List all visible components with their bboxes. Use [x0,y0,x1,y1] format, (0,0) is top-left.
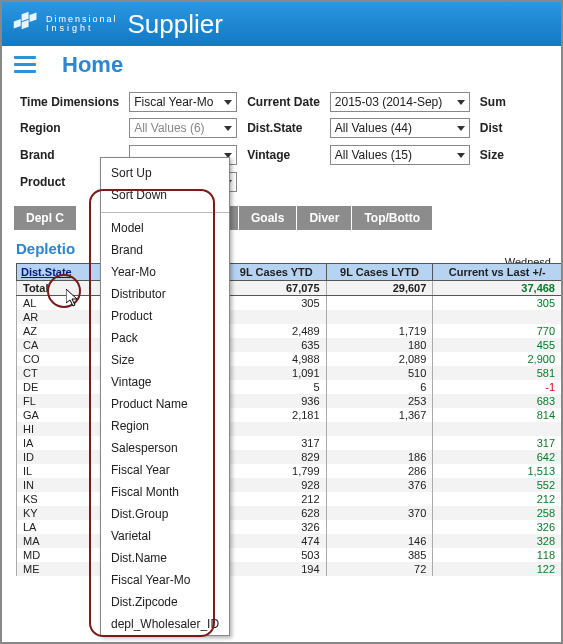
table-row[interactable]: FL936253683 [17,394,562,408]
table-row[interactable]: HI [17,422,562,436]
dropdown-time-dimensions[interactable]: Fiscal Year-Mo [129,92,237,112]
menu-item-field[interactable]: Model [101,217,229,239]
dropdown-current-date[interactable]: 2015-03 (2014-Sep) [330,92,470,112]
label-dist-state: Dist.State [243,116,324,140]
label-region: Region [16,116,123,140]
menu-item-field[interactable]: Size [101,349,229,371]
app-name: Supplier [128,9,223,40]
menu-item-sort[interactable]: Sort Up [101,162,229,184]
label-summary: Sum [476,90,510,114]
menu-item-field[interactable]: Fiscal Month [101,481,229,503]
table-row[interactable]: MD503385118 [17,548,562,562]
tab-3[interactable]: Diver [297,206,351,230]
menu-item-field[interactable]: Product Name [101,393,229,415]
svg-rect-1 [22,12,29,22]
dropdown-vintage[interactable]: All Values (15) [330,145,470,165]
table-row[interactable]: IA317317 [17,436,562,450]
table-row[interactable]: ME19472122 [17,562,562,576]
label-vintage: Vintage [243,142,324,167]
logo: Dimensional Insight [12,10,118,38]
menu-item-field[interactable]: Salesperson [101,437,229,459]
table-row[interactable]: ID829186642 [17,450,562,464]
menu-item-field[interactable]: depl_Wholesaler_ID [101,613,229,635]
col-diff[interactable]: Current vs Last +/- [433,264,562,281]
table-row[interactable]: GA2,1811,367814 [17,408,562,422]
col-ytd[interactable]: 9L Cases YTD [227,264,327,281]
table-row[interactable]: CO4,9882,0892,900 [17,352,562,366]
menu-item-field[interactable]: Vintage [101,371,229,393]
table-row[interactable]: MA474146328 [17,534,562,548]
tab-2[interactable]: Goals [239,206,296,230]
table-row[interactable]: KS212212 [17,492,562,506]
table-row[interactable]: DE56-1 [17,380,562,394]
menu-item-field[interactable]: Product [101,305,229,327]
menu-item-field[interactable]: Dist.Name [101,547,229,569]
col-dist-state[interactable]: Dist.State [21,266,72,278]
cube-logo-icon [12,10,40,38]
svg-rect-2 [22,20,29,30]
data-grid: Dist.State 9L Cases YTD 9L Cases LYTD Cu… [16,263,562,576]
table-row[interactable]: AR [17,310,562,324]
tab-0[interactable]: Depl C [14,206,76,230]
menu-item-field[interactable]: Fiscal Year-Mo [101,569,229,591]
table-row[interactable]: IN928376552 [17,478,562,492]
nav-bar: Home [2,46,561,82]
dropdown-dist-state[interactable]: All Values (44) [330,118,470,138]
label-time-dimensions: Time Dimensions [16,90,123,114]
table-row[interactable]: CT1,091510581 [17,366,562,380]
svg-rect-3 [30,12,37,22]
total-row: Total67,07529,60737,468 [17,281,562,296]
table-row[interactable]: AZ2,4891,719770 [17,324,562,338]
menu-item-field[interactable]: Fiscal Year [101,459,229,481]
menu-item-field[interactable]: Distributor [101,283,229,305]
tab-4[interactable]: Top/Botto [352,206,432,230]
menu-item-field[interactable]: Year-Mo [101,261,229,283]
section-title: Depletio [2,230,561,263]
menu-item-sort[interactable]: Sort Down [101,184,229,206]
menu-item-field[interactable]: Dist.Group [101,503,229,525]
menu-item-field[interactable]: Pack [101,327,229,349]
col-lytd[interactable]: 9L Cases LYTD [326,264,433,281]
svg-rect-0 [14,19,21,29]
brand-line2: Insight [46,24,118,33]
menu-item-field[interactable]: Brand [101,239,229,261]
menu-item-field[interactable]: Region [101,415,229,437]
hamburger-icon[interactable] [14,56,36,74]
context-menu: Sort UpSort Down ModelBrandYear-MoDistri… [100,157,230,636]
title-bar: Dimensional Insight Supplier [2,2,561,46]
dropdown-region[interactable]: All Values (6) [129,118,237,138]
table-row[interactable]: LA326326 [17,520,562,534]
tab-bar: Depl C y Month Goals Diver Top/Botto [2,200,561,230]
menu-item-field[interactable]: Dist.Zipcode [101,591,229,613]
table-row[interactable]: CA635180455 [17,338,562,352]
menu-item-field[interactable]: Varietal [101,525,229,547]
page-title[interactable]: Home [62,52,123,78]
table-row[interactable]: AL305305 [17,296,562,311]
table-row[interactable]: KY628370258 [17,506,562,520]
filter-panel: Time Dimensions Fiscal Year-Mo Current D… [2,82,561,200]
label-dist: Dist [476,116,510,140]
menu-divider [101,212,229,213]
table-row[interactable]: IL1,7992861,513 [17,464,562,478]
label-size: Size [476,142,510,167]
label-current-date: Current Date [243,90,324,114]
